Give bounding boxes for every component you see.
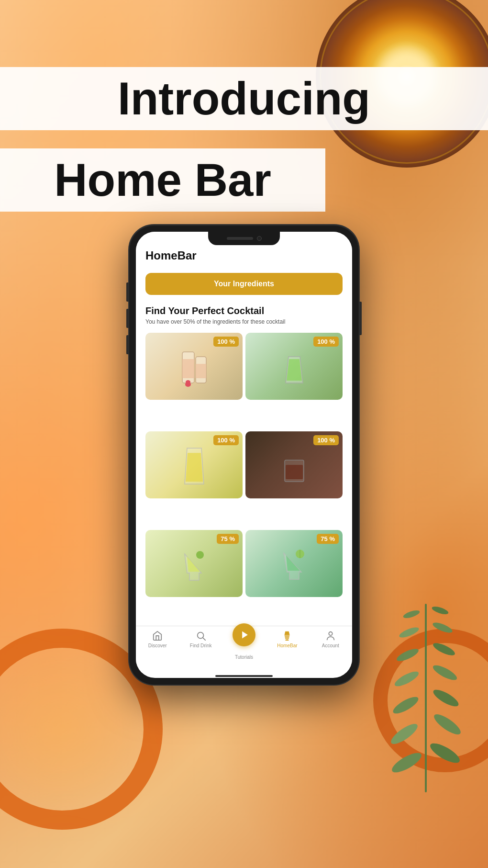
- svg-rect-16: [182, 359, 194, 378]
- percentage-badge-4: 100 %: [313, 435, 339, 445]
- percentage-badge-3: 100 %: [213, 435, 239, 445]
- app-title: HomeBar: [145, 249, 197, 262]
- cocktail-item-5[interactable]: 75 %: [145, 530, 243, 597]
- cocktail-item-1[interactable]: 100 %: [145, 333, 243, 400]
- percentage-badge-1: 100 %: [213, 337, 239, 347]
- phone-mockup: HomeBar Your Ingredients Find Your Perfe…: [129, 225, 359, 685]
- speaker: [227, 237, 253, 240]
- home-icon: [152, 630, 163, 642]
- title-introducing-text: Introducing: [19, 76, 469, 122]
- ingredients-button[interactable]: Your Ingredients: [145, 273, 343, 295]
- glass-icon: [281, 630, 293, 642]
- cocktail-grid: 100 % 100 %: [136, 333, 352, 626]
- title-homebar-banner: Home Bar: [0, 148, 325, 212]
- title-introducing-banner: Introducing: [0, 67, 488, 130]
- nav-label-discover: Discover: [148, 643, 167, 648]
- svg-line-28: [203, 638, 205, 640]
- nav-item-tutorials[interactable]: Tutorials: [222, 623, 266, 660]
- nav-label-account: Account: [322, 643, 339, 648]
- svg-point-32: [329, 632, 332, 635]
- svg-rect-22: [286, 465, 303, 479]
- search-icon: [195, 630, 207, 642]
- percentage-badge-5: 75 %: [217, 534, 239, 544]
- svg-point-20: [186, 380, 190, 384]
- bottom-navigation: Discover Find Drink: [136, 626, 352, 672]
- svg-point-24: [196, 551, 204, 559]
- section-title: Find Your Perfect Cocktail: [145, 305, 343, 316]
- cocktail-item-3[interactable]: 100 %: [145, 431, 243, 498]
- tutorials-circle: [233, 623, 255, 646]
- percentage-badge-6: 75 %: [317, 534, 339, 544]
- nav-label-tutorials: Tutorials: [235, 654, 253, 660]
- nav-item-find-drink[interactable]: Find Drink: [179, 630, 222, 666]
- cocktail-item-6[interactable]: 75 %: [245, 530, 343, 597]
- svg-rect-18: [196, 364, 206, 378]
- percentage-badge-2: 100 %: [313, 337, 339, 347]
- phone-notch: [208, 232, 280, 245]
- nav-item-discover[interactable]: Discover: [136, 630, 179, 666]
- phone-screen: HomeBar Your Ingredients Find Your Perfe…: [136, 232, 352, 678]
- svg-marker-29: [242, 631, 248, 639]
- cocktail-item-4[interactable]: 100 %: [245, 431, 343, 498]
- nav-item-account[interactable]: Account: [309, 630, 352, 666]
- nav-label-find-drink: Find Drink: [190, 643, 212, 648]
- person-icon: [325, 630, 336, 642]
- camera: [257, 236, 262, 241]
- cocktail-section: Find Your Perfect Cocktail You have over…: [136, 300, 352, 333]
- title-homebar-text: Home Bar: [19, 157, 306, 203]
- nav-item-homebar[interactable]: HomeBar: [266, 630, 309, 666]
- nav-label-homebar: HomeBar: [277, 643, 297, 648]
- home-indicator: [215, 675, 273, 677]
- section-subtitle: You have over 50% of the ingredients for…: [145, 318, 343, 325]
- cocktail-item-2[interactable]: 100 %: [245, 333, 343, 400]
- phone-frame: HomeBar Your Ingredients Find Your Perfe…: [129, 225, 359, 685]
